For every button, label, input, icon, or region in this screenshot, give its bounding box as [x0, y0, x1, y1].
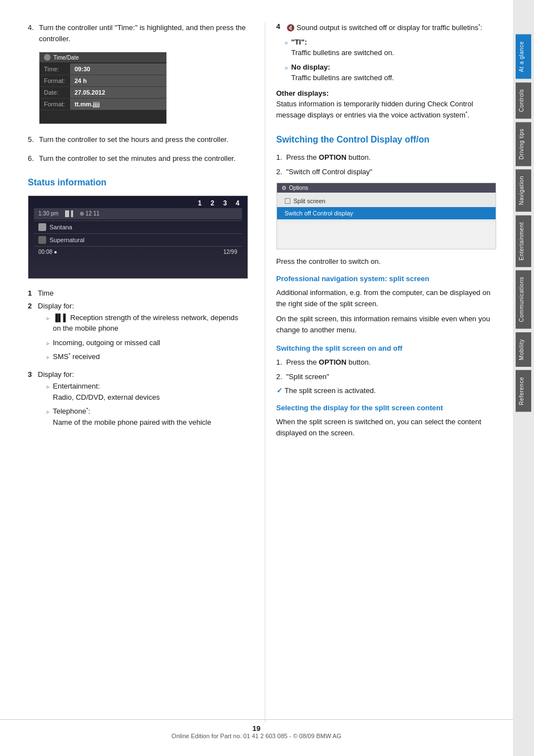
sidebar-tab-at-a-glance[interactable]: At a glance [516, 35, 531, 79]
format-value-1: 24 h [70, 75, 166, 87]
switching-step-1-text: Press the OPTION button. [286, 152, 371, 163]
legend-content-2: Display for: ▹ ▐▌▌ Reception strength of… [38, 302, 248, 366]
bullet-reception: ▹ ▐▌▌ Reception strength of the wireless… [47, 312, 248, 334]
music-row-2: Supernatural [34, 233, 242, 246]
status-information-heading: Status information [28, 177, 248, 189]
play-time: 00:08 ● [38, 249, 57, 255]
sidebar-tab-controls[interactable]: Controls [516, 82, 531, 119]
right-column: 4 🔇 Sound output is switched off or disp… [265, 22, 497, 723]
page-footer: 19 Online Edition for Part no. 01 41 2 6… [0, 719, 513, 739]
switch-off-label: Switch off Control display [285, 210, 353, 217]
triangle-icon: ▹ [47, 353, 50, 361]
step-4-num: 4. [28, 22, 39, 44]
signal-icon-text: ▐▌▌ [53, 313, 68, 322]
asterisk: * [466, 110, 468, 116]
other-displays: Other displays: Status information is te… [276, 88, 497, 121]
music-icon [38, 223, 46, 231]
legend-item-3: 3 Display for: ▹ Entertainment:Radio, CD… [28, 370, 248, 431]
switching-control-heading: Switching the Control Display off/on [276, 134, 497, 146]
format-label-2: Format: [39, 99, 70, 110]
switching-step-1-num: 1. [276, 152, 286, 163]
no-display-label: No display: [291, 63, 330, 71]
step-4-text: Turn the controller until "Time:" is hig… [39, 22, 248, 44]
switching-step-1: 1. Press the OPTION button. [276, 152, 497, 163]
legend-num-1: 1 [28, 289, 38, 297]
option-bold-2: OPTION [319, 358, 347, 366]
sidebar-tab-driving-tips[interactable]: Driving tips [516, 122, 531, 166]
step-4: 4. Turn the controller until "Time:" is … [28, 22, 248, 44]
album-name: Supernatural [50, 237, 85, 243]
switching-step-2-num: 2. [276, 166, 286, 178]
split-screen-item: Split screen [277, 195, 496, 207]
track-num: 12/99 [223, 249, 237, 255]
status-num-1: 1 [198, 199, 202, 207]
titlebar-icon [44, 54, 51, 61]
step-4-right-text: 🔇 Sound output is switched off or displa… [286, 22, 483, 33]
switching-steps: 1. Press the OPTION button. 2. "Switch o… [276, 152, 497, 177]
bullet-text-sms: SMS* received [53, 351, 248, 362]
status-num-2: 2 [210, 199, 214, 207]
split-steps: 1. Press the OPTION button. 2. "Split sc… [276, 357, 497, 382]
press-controller-text: Press the controller to switch on. [276, 257, 497, 266]
table-row: Format: tt.mm.jjjj [39, 99, 166, 110]
album-icon [38, 236, 46, 244]
legend-label-2: Display for: [38, 302, 74, 310]
other-displays-label: Other displays: [276, 89, 329, 97]
step-5: 5. Turn the controller to set the hours … [28, 134, 248, 145]
bullet-telephone: ▹ Telephone*:Name of the mobile phone pa… [47, 406, 211, 428]
checkmark-line: ✓ The split screen is activated. [276, 386, 497, 395]
song-name: Santana [50, 224, 72, 230]
date-value: 27.05.2012 [70, 87, 166, 99]
music-row-3: 00:08 ● 12/99 [34, 246, 242, 257]
page-number: 19 [253, 724, 260, 733]
bullet-incoming: ▹ Incoming, outgoing or missed call [47, 337, 248, 348]
split-step-2: 2. "Split screen" [276, 371, 497, 382]
asterisk: * [86, 406, 88, 412]
pro-nav-text-2: On the split screen, this information re… [276, 313, 497, 335]
legend-label-1: Time [38, 289, 53, 297]
step-4-right-item: 4 🔇 Sound output is switched off or disp… [276, 22, 497, 33]
switching-step-2-text: "Switch off Control display" [286, 166, 373, 178]
status-num-4: 4 [236, 199, 240, 207]
legend-item-1: 1 Time [28, 289, 248, 297]
date-label: Date: [39, 87, 70, 99]
time-date-table: Time: 09:30 Format: 24 h Date: 27.05.201… [39, 63, 166, 110]
status-num-3: 3 [223, 199, 227, 207]
status-inner: 1 2 3 4 1:30 pm ▐▌▌ ⊕ 12 11 Santana [28, 196, 248, 278]
sidebar-tab-entertainment[interactable]: Entertainment [516, 215, 531, 267]
titlebar-text: Time/Date [53, 55, 79, 61]
triangle-icon: ▹ [47, 339, 50, 347]
step-5-num: 5. [28, 134, 39, 145]
options-title-icon: ⚙ [281, 185, 286, 191]
bullet-text-ti: "TI":Traffic bulletins are switched on. [291, 37, 497, 58]
legend-bullets-3: ▹ Entertainment:Radio, CD/DVD, external … [47, 381, 211, 428]
other-displays-text: Status information is temporarily hidden… [276, 100, 473, 119]
switch-off-item: Switch off Control display [277, 207, 496, 219]
time-label: Time: [39, 63, 70, 75]
status-numbers: 1 2 3 4 [198, 199, 240, 207]
options-titlebar: ⚙ Options [277, 183, 496, 193]
bullet-text-nodisplay: No display:Traffic bulletins are switche… [291, 62, 497, 84]
check-icon [285, 198, 290, 204]
step-5-text: Turn the controller to set the hours and… [39, 134, 248, 145]
footer-text: Online Edition for Part no. 01 41 2 603 … [171, 733, 341, 739]
sidebar-tab-communications[interactable]: Communications [516, 270, 531, 328]
legend-bullets-2: ▹ ▐▌▌ Reception strength of the wireless… [47, 312, 248, 362]
legend-num-3: 3 [28, 370, 38, 431]
time-date-screenshot: Time/Date Time: 09:30 Format: 24 h Date:… [39, 52, 167, 124]
split-step-2-num: 2. [276, 371, 286, 382]
sidebar-tab-reference[interactable]: Reference [516, 370, 531, 412]
selecting-heading: Selecting the display for the split scre… [276, 404, 497, 412]
step-4-right-num: 4 [276, 22, 286, 33]
status-info-screenshot: 1 2 3 4 1:30 pm ▐▌▌ ⊕ 12 11 Santana [28, 195, 248, 279]
status-bar: 1:30 pm ▐▌▌ ⊕ 12 11 [34, 208, 242, 219]
bullet-entertainment: ▹ Entertainment:Radio, CD/DVD, external … [47, 381, 211, 402]
status-bar-text: 1:30 pm ▐▌▌ ⊕ 12 11 [38, 210, 100, 217]
options-menu: Split screen Switch off Control display [277, 193, 496, 222]
legend-num-2: 2 [28, 302, 38, 366]
asterisk: * [478, 23, 481, 28]
sidebar-tab-mobility[interactable]: Mobility [516, 332, 531, 367]
triangle-icon: ▹ [47, 408, 50, 416]
speaker-icon: 🔇 [286, 24, 295, 32]
sidebar-tab-navigation[interactable]: Navigation [516, 169, 531, 212]
